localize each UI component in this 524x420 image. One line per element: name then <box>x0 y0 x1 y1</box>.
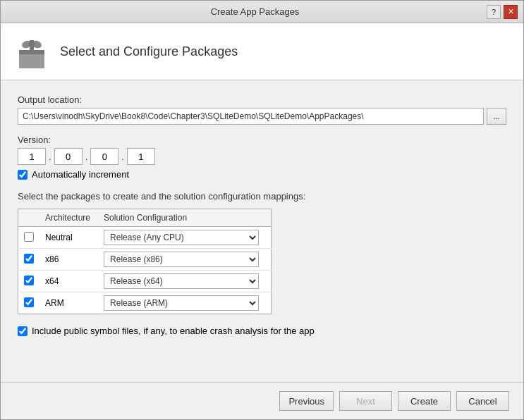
version-section: Version: . . . Automatically increment <box>18 135 506 180</box>
auto-increment-label: Automatically increment <box>32 169 129 180</box>
table-cell-check <box>18 292 40 314</box>
gift-icon <box>15 35 49 68</box>
close-button[interactable]: ✕ <box>504 5 518 19</box>
table-cell-arch: x86 <box>39 249 98 271</box>
table-cell-config: Release (Any CPU)Release (x86)Release (x… <box>98 227 271 249</box>
table-cell-check <box>18 271 40 292</box>
title-bar-controls: ? ✕ <box>487 5 518 19</box>
table-cell-arch: ARM <box>39 292 98 314</box>
version-minor[interactable] <box>54 148 83 165</box>
table-header-check <box>18 209 40 227</box>
create-button[interactable]: Create <box>398 391 451 411</box>
output-location-label: Output location: <box>18 94 506 105</box>
config-select-neutral[interactable]: Release (Any CPU)Release (x86)Release (x… <box>104 230 259 245</box>
symbol-files-label: Include public symbol files, if any, to … <box>32 326 315 336</box>
previous-button[interactable]: Previous <box>279 391 334 411</box>
version-dot-2: . <box>85 152 88 162</box>
table-cell-config: Release (Any CPU)Release (x86)Release (x… <box>98 292 271 314</box>
version-label: Version: <box>18 135 506 145</box>
version-build[interactable] <box>90 148 118 165</box>
version-dot-3: . <box>121 152 124 162</box>
arch-checkbox-arm[interactable] <box>24 297 34 307</box>
dialog: Create App Packages ? ✕ <box>0 0 524 420</box>
table-cell-config: Release (Any CPU)Release (x86)Release (x… <box>98 271 271 292</box>
arch-checkbox-x64[interactable] <box>24 276 34 285</box>
page-title: Select and Configure Packages <box>60 44 238 59</box>
table-row: x86Release (Any CPU)Release (x86)Release… <box>18 249 272 271</box>
table-row: ARMRelease (Any CPU)Release (x86)Release… <box>18 292 272 314</box>
version-dot-1: . <box>49 152 51 162</box>
version-row: . . . <box>18 148 506 165</box>
version-revision[interactable] <box>127 148 155 165</box>
version-major[interactable] <box>18 148 46 165</box>
svg-rect-6 <box>30 40 34 51</box>
table-header-architecture: Architecture <box>39 209 98 227</box>
footer: Previous Next Create Cancel <box>1 382 523 419</box>
title-bar: Create App Packages ? ✕ <box>1 1 523 23</box>
packages-instruction-label: Select the packages to create and the so… <box>18 191 506 202</box>
table-cell-arch: x64 <box>39 271 98 292</box>
table-cell-check <box>18 227 40 249</box>
config-select-arm[interactable]: Release (Any CPU)Release (x86)Release (x… <box>104 295 259 311</box>
next-button[interactable]: Next <box>339 391 392 411</box>
auto-increment-checkbox[interactable] <box>18 170 28 180</box>
symbol-files-row: Include public symbol files, if any, to … <box>18 326 506 336</box>
table-row: NeutralRelease (Any CPU)Release (x86)Rel… <box>18 227 272 249</box>
table-cell-config: Release (Any CPU)Release (x86)Release (x… <box>98 249 271 271</box>
content-area: Output location: ... Version: . . . Auto… <box>1 80 523 382</box>
auto-increment-row: Automatically increment <box>18 169 506 180</box>
dialog-title: Create App Packages <box>23 6 487 17</box>
help-button[interactable]: ? <box>487 5 501 19</box>
browse-button[interactable]: ... <box>487 108 506 125</box>
cancel-button[interactable]: Cancel <box>456 391 509 411</box>
table-header-solution-config: Solution Configuration <box>98 209 271 227</box>
symbol-files-checkbox[interactable] <box>18 326 28 336</box>
table-row: x64Release (Any CPU)Release (x86)Release… <box>18 271 272 292</box>
output-location-input[interactable] <box>18 108 484 125</box>
config-select-x86[interactable]: Release (Any CPU)Release (x86)Release (x… <box>104 252 259 267</box>
packages-table: Architecture Solution Configuration Neut… <box>18 209 272 314</box>
table-cell-arch: Neutral <box>39 227 98 249</box>
config-select-x64[interactable]: Release (Any CPU)Release (x86)Release (x… <box>104 273 259 289</box>
table-cell-check <box>18 249 40 271</box>
output-row: ... <box>18 108 506 125</box>
header-section: Select and Configure Packages <box>1 23 523 80</box>
arch-checkbox-neutral[interactable] <box>24 232 34 242</box>
arch-checkbox-x86[interactable] <box>24 254 34 264</box>
